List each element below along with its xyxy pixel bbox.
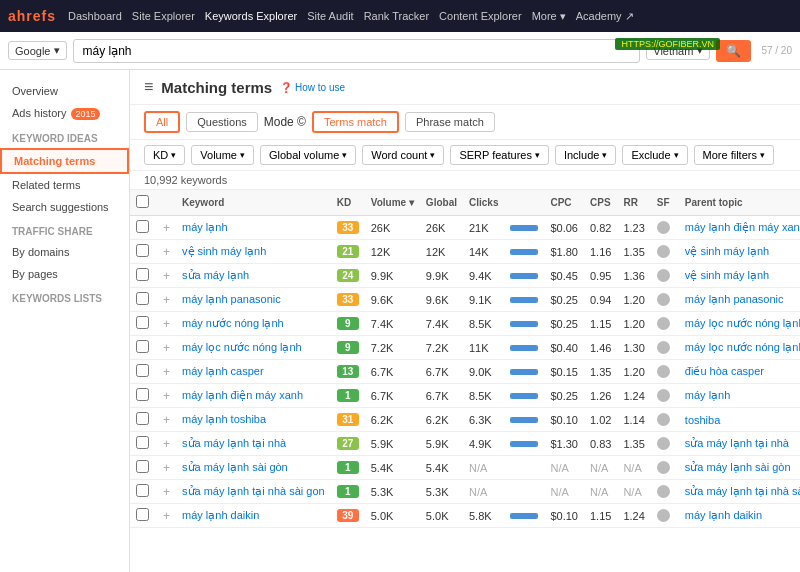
- nav-dashboard[interactable]: Dashboard: [68, 10, 122, 22]
- filter-kd[interactable]: KD: [144, 145, 185, 165]
- row-kd: 39: [331, 504, 365, 528]
- filter-volume[interactable]: Volume: [191, 145, 254, 165]
- filter-include[interactable]: Include: [555, 145, 616, 165]
- tab-questions[interactable]: Questions: [186, 112, 258, 132]
- row-parent-topic[interactable]: sửa máy lạnh tại nhà sài gon: [679, 480, 800, 504]
- sidebar-item-search-suggestions[interactable]: Search suggestions: [0, 196, 129, 218]
- row-add-btn[interactable]: +: [155, 432, 176, 456]
- nav-content-explorer[interactable]: Content Explorer: [439, 10, 522, 22]
- row-parent-topic[interactable]: máy lạnh daikin: [679, 504, 800, 528]
- row-parent-topic[interactable]: vệ sinh máy lạnh: [679, 240, 800, 264]
- row-keyword[interactable]: máy lạnh casper: [176, 360, 331, 384]
- row-add-btn[interactable]: +: [155, 216, 176, 240]
- row-keyword[interactable]: máy lạnh panasonic: [176, 288, 331, 312]
- row-keyword[interactable]: sửa máy lạnh: [176, 264, 331, 288]
- row-checkbox[interactable]: [130, 216, 155, 240]
- row-checkbox[interactable]: [130, 336, 155, 360]
- row-parent-topic[interactable]: sửa máy lạnh tại nhà: [679, 432, 800, 456]
- row-global: 5.4K: [420, 456, 463, 480]
- sidebar-item-by-domains[interactable]: By domains: [0, 241, 129, 263]
- keywords-table-wrapper[interactable]: Keyword KD Volume ▾ Global Clicks CPC CP…: [130, 190, 800, 562]
- row-checkbox[interactable]: [130, 456, 155, 480]
- row-add-btn[interactable]: +: [155, 312, 176, 336]
- search-button[interactable]: 🔍: [716, 40, 751, 62]
- row-keyword[interactable]: vệ sinh máy lạnh: [176, 240, 331, 264]
- col-cps[interactable]: CPS: [584, 190, 617, 216]
- how-to-link[interactable]: ❓ How to use: [280, 82, 345, 93]
- tab-terms-match[interactable]: Terms match: [312, 111, 399, 133]
- row-keyword[interactable]: máy lạnh điện máy xanh: [176, 384, 331, 408]
- row-parent-topic[interactable]: điều hòa casper: [679, 360, 800, 384]
- row-checkbox[interactable]: [130, 288, 155, 312]
- row-add-btn[interactable]: +: [155, 240, 176, 264]
- row-keyword[interactable]: máy nước nóng lạnh: [176, 312, 331, 336]
- row-parent-topic[interactable]: máy lọc nước nóng lạnh: [679, 336, 800, 360]
- row-keyword[interactable]: sửa máy lạnh sài gòn: [176, 456, 331, 480]
- col-keyword[interactable]: Keyword: [176, 190, 331, 216]
- col-parent-topic[interactable]: Parent topic: [679, 190, 800, 216]
- row-keyword[interactable]: máy lạnh toshiba: [176, 408, 331, 432]
- row-add-btn[interactable]: +: [155, 408, 176, 432]
- search-input[interactable]: [73, 39, 640, 63]
- col-kd[interactable]: KD: [331, 190, 365, 216]
- row-add-btn[interactable]: +: [155, 288, 176, 312]
- row-cpc: $0.06: [544, 216, 584, 240]
- filter-more[interactable]: More filters: [694, 145, 774, 165]
- row-checkbox[interactable]: [130, 312, 155, 336]
- filter-exclude[interactable]: Exclude: [622, 145, 687, 165]
- tab-phrase-match[interactable]: Phrase match: [405, 112, 495, 132]
- col-volume[interactable]: Volume ▾: [365, 190, 420, 216]
- col-cpc[interactable]: CPC: [544, 190, 584, 216]
- row-add-btn[interactable]: +: [155, 336, 176, 360]
- row-checkbox[interactable]: [130, 240, 155, 264]
- row-add-btn[interactable]: +: [155, 456, 176, 480]
- nav-keywords-explorer[interactable]: Keywords Explorer: [205, 10, 297, 22]
- col-checkbox[interactable]: [130, 190, 155, 216]
- sidebar-item-overview[interactable]: Overview: [0, 80, 129, 102]
- row-parent-topic[interactable]: vệ sinh máy lạnh: [679, 264, 800, 288]
- select-all-checkbox[interactable]: [136, 195, 149, 208]
- col-sf[interactable]: SF: [651, 190, 679, 216]
- col-global[interactable]: Global: [420, 190, 463, 216]
- row-parent-topic[interactable]: máy lạnh: [679, 384, 800, 408]
- filter-serp-features[interactable]: SERP features: [450, 145, 549, 165]
- row-keyword[interactable]: máy lọc nước nóng lạnh: [176, 336, 331, 360]
- row-checkbox[interactable]: [130, 408, 155, 432]
- row-keyword[interactable]: sửa máy lạnh tại nhà sài gon: [176, 480, 331, 504]
- row-parent-topic[interactable]: toshiba: [679, 408, 800, 432]
- col-clicks[interactable]: Clicks: [463, 190, 504, 216]
- nav-rank-tracker[interactable]: Rank Tracker: [364, 10, 429, 22]
- sidebar-item-by-pages[interactable]: By pages: [0, 263, 129, 285]
- sidebar-item-ads-history[interactable]: Ads history 2015: [0, 102, 129, 125]
- nav-site-audit[interactable]: Site Audit: [307, 10, 353, 22]
- tab-all[interactable]: All: [144, 111, 180, 133]
- sidebar-item-matching-terms[interactable]: Matching terms: [0, 148, 129, 174]
- row-checkbox[interactable]: [130, 384, 155, 408]
- filter-global-volume[interactable]: Global volume: [260, 145, 356, 165]
- row-add-btn[interactable]: +: [155, 360, 176, 384]
- filter-word-count[interactable]: Word count: [362, 145, 444, 165]
- nav-more[interactable]: More ▾: [532, 10, 566, 23]
- row-keyword[interactable]: máy lạnh: [176, 216, 331, 240]
- row-parent-topic[interactable]: máy lạnh panasonic: [679, 288, 800, 312]
- row-add-btn[interactable]: +: [155, 264, 176, 288]
- row-keyword[interactable]: máy lạnh daikin: [176, 504, 331, 528]
- row-add-btn[interactable]: +: [155, 384, 176, 408]
- nav-site-explorer[interactable]: Site Explorer: [132, 10, 195, 22]
- row-checkbox[interactable]: [130, 264, 155, 288]
- nav-academy[interactable]: Academy ↗: [576, 10, 634, 23]
- row-parent-topic[interactable]: máy lọc nước nóng lạnh: [679, 312, 800, 336]
- row-checkbox[interactable]: [130, 432, 155, 456]
- row-add-btn[interactable]: +: [155, 504, 176, 528]
- row-checkbox[interactable]: [130, 504, 155, 528]
- col-rr[interactable]: RR: [617, 190, 650, 216]
- row-keyword[interactable]: sửa máy lạnh tại nhà: [176, 432, 331, 456]
- row-checkbox[interactable]: [130, 360, 155, 384]
- row-parent-topic[interactable]: sửa máy lạnh sài gòn: [679, 456, 800, 480]
- sidebar-item-related-terms[interactable]: Related terms: [0, 174, 129, 196]
- row-parent-topic[interactable]: máy lạnh điện máy xanh: [679, 216, 800, 240]
- row-checkbox[interactable]: [130, 480, 155, 504]
- row-add-btn[interactable]: +: [155, 480, 176, 504]
- engine-selector[interactable]: Google ▾: [8, 41, 67, 60]
- row-volume: 7.2K: [365, 336, 420, 360]
